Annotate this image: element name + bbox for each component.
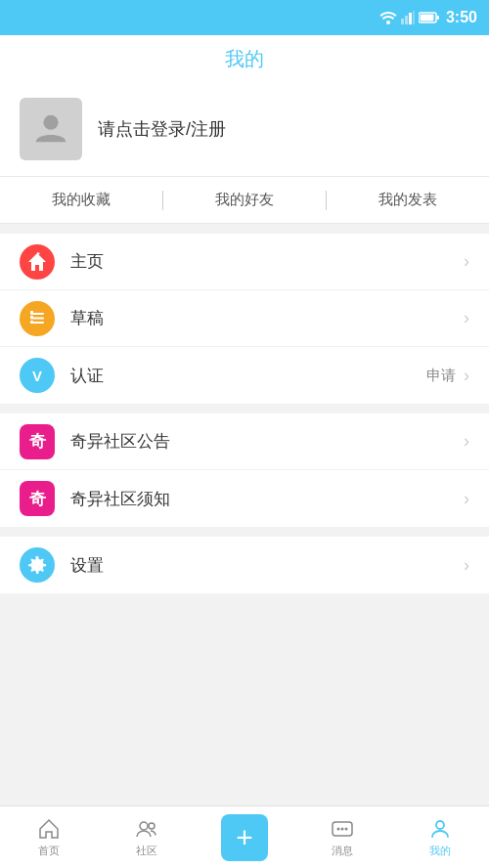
signal-icon bbox=[401, 11, 415, 24]
section-gap-3 bbox=[0, 527, 489, 537]
verify-icon-bg: V bbox=[20, 358, 55, 393]
page-header: 我的 bbox=[0, 35, 489, 82]
nav-item-community[interactable]: 社区 bbox=[98, 806, 196, 868]
home-icon bbox=[27, 252, 47, 272]
svg-rect-15 bbox=[30, 316, 33, 319]
svg-point-21 bbox=[337, 827, 340, 830]
home-icon-bg bbox=[20, 244, 55, 280]
svg-rect-1 bbox=[401, 19, 404, 24]
nav-label-community: 社区 bbox=[136, 844, 157, 858]
wifi-icon bbox=[379, 11, 397, 24]
menu-label-notice2: 奇异社区须知 bbox=[70, 488, 460, 510]
menu-group-3: 设置 › bbox=[0, 537, 489, 593]
chevron-notice2: › bbox=[464, 489, 469, 509]
bottom-filler bbox=[0, 593, 489, 632]
svg-rect-6 bbox=[420, 15, 433, 22]
nav-label-home: 首页 bbox=[38, 844, 60, 858]
tab-collections[interactable]: 我的收藏 bbox=[0, 177, 162, 223]
menu-item-settings[interactable]: 设置 › bbox=[0, 537, 489, 593]
verify-extra: 申请 bbox=[426, 367, 456, 385]
nav-plus-btn[interactable]: + bbox=[196, 806, 293, 868]
login-prompt[interactable]: 请点击登录/注册 bbox=[98, 117, 226, 141]
nav-messages-icon bbox=[331, 817, 354, 841]
svg-point-19 bbox=[149, 823, 155, 829]
chevron-settings: › bbox=[464, 555, 469, 576]
nav-community-icon bbox=[135, 817, 158, 841]
status-time: 3:50 bbox=[446, 9, 477, 26]
menu-label-draft: 草稿 bbox=[70, 307, 460, 329]
menu-group-2: 奇 奇异社区公告 › 奇 奇异社区须知 › bbox=[0, 413, 489, 527]
svg-point-8 bbox=[43, 115, 58, 130]
bottom-nav: 首页 社区 + 消息 我的 bbox=[0, 805, 489, 868]
svg-point-23 bbox=[345, 827, 348, 830]
menu-label-home: 主页 bbox=[70, 250, 460, 273]
menu-group-1: 主页 › 草稿 › V 认证 申请 bbox=[0, 234, 489, 404]
svg-rect-7 bbox=[436, 16, 439, 20]
svg-rect-3 bbox=[409, 13, 412, 24]
svg-rect-16 bbox=[30, 321, 33, 324]
verify-v-icon: V bbox=[32, 368, 42, 384]
svg-point-22 bbox=[341, 827, 344, 830]
nav-item-home[interactable]: 首页 bbox=[0, 806, 98, 868]
svg-rect-4 bbox=[413, 11, 415, 24]
menu-item-verify[interactable]: V 认证 申请 › bbox=[0, 347, 489, 404]
qi-letter-1: 奇 bbox=[29, 430, 46, 453]
menu-item-draft[interactable]: 草稿 › bbox=[0, 290, 489, 347]
draft-icon-bg bbox=[20, 301, 55, 336]
nav-home-icon bbox=[37, 817, 61, 841]
menu-item-home[interactable]: 主页 › bbox=[0, 234, 489, 290]
chevron-home: › bbox=[464, 251, 469, 272]
qi-letter-2: 奇 bbox=[29, 488, 46, 510]
chevron-verify: › bbox=[464, 366, 469, 386]
avatar bbox=[20, 98, 82, 160]
tabs-row: 我的收藏 我的好友 我的发表 bbox=[0, 177, 489, 224]
svg-point-24 bbox=[436, 821, 444, 829]
section-gap-1 bbox=[0, 224, 489, 234]
page-title: 我的 bbox=[225, 46, 264, 72]
menu-item-notice2[interactable]: 奇 奇异社区须知 › bbox=[0, 470, 489, 527]
tab-friends[interactable]: 我的好友 bbox=[163, 177, 326, 223]
status-icons bbox=[379, 11, 440, 24]
menu-label-verify: 认证 bbox=[70, 365, 426, 387]
plus-icon[interactable]: + bbox=[221, 814, 268, 861]
main-content: 请点击登录/注册 我的收藏 我的好友 我的发表 主页 › bbox=[0, 82, 489, 805]
draft-icon bbox=[27, 309, 47, 328]
profile-section[interactable]: 请点击登录/注册 bbox=[0, 82, 489, 177]
nav-item-messages[interactable]: 消息 bbox=[293, 806, 391, 868]
svg-point-0 bbox=[386, 21, 390, 24]
battery-icon bbox=[419, 12, 440, 23]
nav-label-mine: 我的 bbox=[429, 844, 451, 858]
section-gap-2 bbox=[0, 404, 489, 413]
menu-item-notice1[interactable]: 奇 奇异社区公告 › bbox=[0, 413, 489, 470]
settings-icon-bg bbox=[20, 547, 55, 583]
nav-mine-icon bbox=[428, 817, 452, 841]
tab-posts[interactable]: 我的发表 bbox=[327, 177, 489, 223]
chevron-notice1: › bbox=[464, 431, 469, 452]
status-bar: 3:50 bbox=[0, 0, 489, 35]
svg-point-18 bbox=[140, 822, 148, 830]
menu-label-notice1: 奇异社区公告 bbox=[70, 430, 460, 453]
qi-icon-2: 奇 bbox=[20, 481, 55, 516]
svg-rect-14 bbox=[30, 311, 33, 314]
qi-icon-1: 奇 bbox=[20, 424, 55, 459]
avatar-icon bbox=[32, 108, 69, 150]
svg-rect-2 bbox=[405, 16, 408, 24]
nav-label-messages: 消息 bbox=[332, 844, 353, 858]
settings-gear-icon bbox=[26, 554, 48, 576]
nav-item-mine[interactable]: 我的 bbox=[391, 806, 489, 868]
chevron-draft: › bbox=[464, 308, 469, 328]
menu-label-settings: 设置 bbox=[70, 554, 460, 577]
